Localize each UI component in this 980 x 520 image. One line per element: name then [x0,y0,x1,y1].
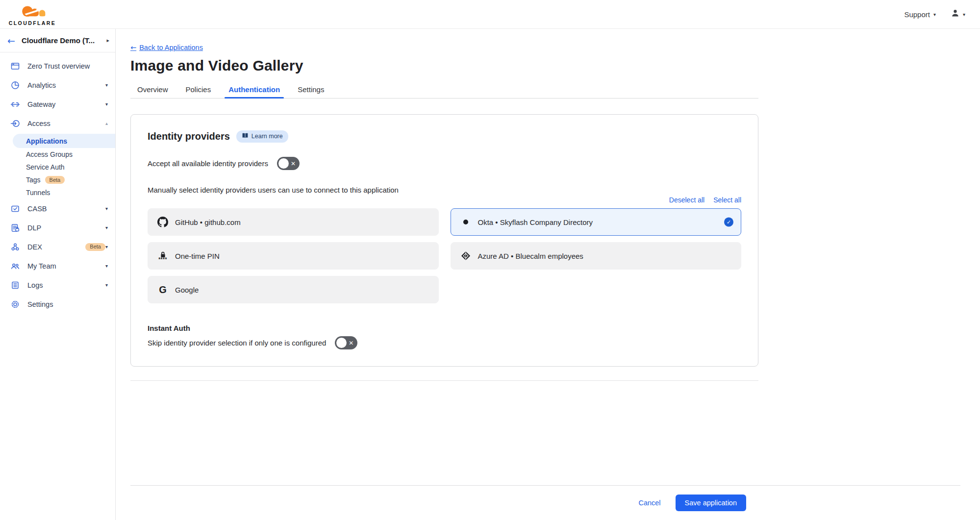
sidebar-item-access-groups[interactable]: Access Groups [0,148,115,161]
tab-policies[interactable]: Policies [185,82,212,98]
back-arrow-icon[interactable]: ← [7,35,15,46]
sidebar: ← Cloudflare Demo (T... ▸ Zero Trust ove… [0,29,116,520]
chevron-down-icon: ▾ [933,12,936,17]
toggle-knob [278,158,289,169]
book-icon [242,132,249,140]
cloudflare-logo[interactable]: CLOUDFLARE [7,3,58,26]
select-all-link[interactable]: Select all [713,196,741,204]
cancel-button[interactable]: Cancel [638,499,660,507]
chevron-down-icon[interactable]: ▾ [105,101,108,107]
top-actions: Support ▾ ▾ [904,9,965,20]
instant-auth-title: Instant Auth [148,324,741,332]
page-title: Image and Video Gallery [130,57,758,74]
one-time-pin-icon: **** [157,249,169,262]
cloudflare-cloud-icon [14,3,50,20]
section-divider [130,380,758,381]
provider-azure-ad[interactable]: Azure AD • Bluecalm employees [451,242,742,270]
user-icon [951,9,960,20]
provider-grid: GitHub • github.com Okta • Skyflash Comp… [148,208,741,303]
provider-github[interactable]: GitHub • github.com [148,208,439,236]
cloudflare-logo-text: CLOUDFLARE [9,20,56,26]
learn-more-badge[interactable]: Learn more [236,130,288,143]
back-to-applications-link[interactable]: ← Back to Applications [130,44,203,51]
account-name[interactable]: Cloudflare Demo (T... [22,36,101,45]
people-icon [10,261,21,271]
access-sub-list: Applications Access Groups Service Auth … [0,133,115,199]
sidebar-item-logs[interactable]: Logs ▾ [0,275,115,295]
instant-auth-label: Skip identity provider selection if only… [148,339,326,347]
accept-all-toggle[interactable]: ✕ [277,157,300,170]
provider-one-time-pin[interactable]: **** One-time PIN [148,242,439,270]
github-icon [157,216,169,228]
x-icon: ✕ [349,339,353,346]
gateway-icon [10,99,21,109]
okta-icon [460,216,472,228]
toggle-knob [336,338,347,348]
tab-bar: Overview Policies Authentication Setting… [130,82,758,99]
support-menu[interactable]: Support ▾ [904,10,936,19]
pin-stars: **** [158,258,167,261]
sidebar-item-dlp[interactable]: DLP ▾ [0,218,115,237]
footer-action-bar: Cancel Save application [130,485,960,520]
save-application-button[interactable]: Save application [676,495,746,511]
sidebar-item-service-auth[interactable]: Service Auth [0,161,115,173]
sidebar-item-tags[interactable]: Tags Beta [0,173,115,186]
network-nodes-icon [10,242,21,252]
provider-google[interactable]: G Google [148,276,439,303]
chevron-right-icon[interactable]: ▸ [106,37,109,44]
sidebar-item-settings[interactable]: Settings [0,295,115,314]
chevron-down-icon[interactable]: ▾ [105,206,108,211]
log-document-icon [10,280,21,290]
sidebar-item-access[interactable]: Access ▴ [0,114,115,133]
instant-auth-toggle[interactable]: ✕ [335,336,357,349]
account-menu[interactable]: ▾ [951,9,965,20]
chevron-down-icon[interactable]: ▾ [105,244,108,249]
card-title: Identity providers [148,131,230,142]
sidebar-account-header: ← Cloudflare Demo (T... ▸ [0,29,115,52]
azure-ad-icon [460,249,472,262]
gear-icon [10,299,21,309]
sidebar-item-zero-trust-overview[interactable]: Zero Trust overview [0,56,115,75]
access-login-icon [10,119,21,128]
back-arrow-icon: ← [130,44,136,51]
identity-providers-card: Identity providers Learn more Accept all… [130,114,758,367]
casb-icon [10,204,21,214]
sidebar-item-casb[interactable]: CASB ▾ [0,199,115,218]
tab-settings[interactable]: Settings [297,82,325,98]
sidebar-item-my-team[interactable]: My Team ▾ [0,256,115,275]
browser-window-icon [10,61,21,71]
manual-select-hint: Manually select identity providers users… [148,186,741,194]
provider-okta[interactable]: Okta • Skyflash Company Directory ✓ [451,208,742,236]
pie-chart-icon [10,80,21,90]
chevron-up-icon[interactable]: ▴ [105,121,108,126]
chevron-down-icon[interactable]: ▾ [105,282,108,288]
accept-all-label: Accept all available identity providers [148,159,268,168]
main-content: ← Back to Applications Image and Video G… [116,29,980,520]
document-lock-icon [10,223,21,233]
beta-badge: Beta [45,176,65,184]
tab-authentication[interactable]: Authentication [228,82,280,98]
sidebar-item-tunnels[interactable]: Tunnels [0,186,115,199]
chevron-down-icon: ▾ [963,12,965,17]
sidebar-item-applications[interactable]: Applications [13,134,115,148]
deselect-all-link[interactable]: Deselect all [669,196,704,204]
beta-badge: Beta [85,243,105,251]
sidebar-nav: Zero Trust overview Analytics ▾ Gateway … [0,52,115,314]
x-icon: ✕ [291,160,296,167]
sidebar-item-dex[interactable]: DEX Beta ▾ [0,237,115,256]
chevron-down-icon[interactable]: ▾ [105,225,108,230]
sidebar-item-gateway[interactable]: Gateway ▾ [0,95,115,114]
selected-check-icon: ✓ [724,218,733,227]
sidebar-item-analytics[interactable]: Analytics ▾ [0,75,115,95]
chevron-down-icon[interactable]: ▾ [105,263,108,269]
google-icon: G [157,283,169,296]
support-label: Support [904,10,930,19]
tab-overview[interactable]: Overview [137,82,169,98]
top-bar: CLOUDFLARE Support ▾ ▾ [0,0,980,29]
chevron-down-icon[interactable]: ▾ [105,82,108,88]
